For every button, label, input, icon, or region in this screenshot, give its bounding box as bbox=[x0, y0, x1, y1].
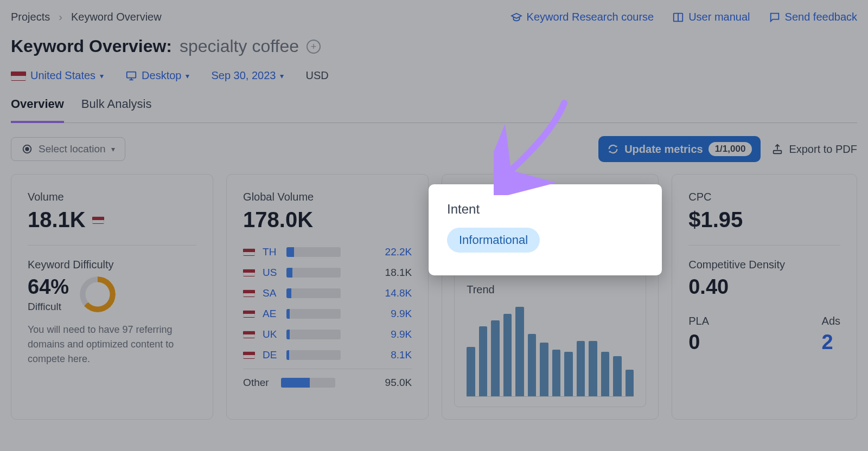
feedback-link[interactable]: Send feedback bbox=[769, 11, 857, 23]
pla-label: PLA bbox=[688, 315, 709, 327]
us-flag-icon bbox=[11, 71, 26, 81]
global-volume-row[interactable]: US18.1K bbox=[243, 262, 412, 283]
trend-bar bbox=[467, 347, 475, 396]
intent-value-highlight: Informational bbox=[447, 228, 540, 253]
location-icon bbox=[21, 143, 33, 155]
country-filter[interactable]: United States ▾ bbox=[11, 69, 104, 82]
country-code: AE bbox=[263, 308, 279, 320]
volume-bar bbox=[286, 288, 341, 298]
volume-label: Volume bbox=[28, 191, 196, 203]
select-location-button[interactable]: Select location ▾ bbox=[11, 137, 125, 161]
global-volume-other: Other95.0K bbox=[243, 369, 412, 393]
us-flag-icon bbox=[92, 216, 104, 224]
trend-bar bbox=[626, 370, 634, 397]
global-volume-row[interactable]: SA14.8K bbox=[243, 283, 412, 304]
country-volume: 8.1K bbox=[391, 349, 412, 361]
trend-bar bbox=[589, 341, 597, 396]
tab-bulk-analysis[interactable]: Bulk Analysis bbox=[81, 97, 152, 123]
volume-bar bbox=[286, 268, 341, 278]
device-filter[interactable]: Desktop ▾ bbox=[125, 69, 189, 82]
desktop-icon bbox=[125, 70, 137, 82]
trend-bar bbox=[528, 334, 537, 397]
other-label: Other bbox=[243, 377, 273, 389]
currency-label: USD bbox=[305, 69, 328, 82]
country-code: US bbox=[263, 267, 279, 279]
breadcrumb-root[interactable]: Projects bbox=[11, 11, 50, 23]
kd-description: You will need to have 97 referring domai… bbox=[28, 323, 196, 366]
svg-rect-2 bbox=[127, 72, 136, 78]
ads-value[interactable]: 2 bbox=[822, 331, 840, 354]
trend-card: Trend bbox=[454, 272, 646, 407]
cpc-card: CPC $1.95 Competitive Density 0.40 PLA 0… bbox=[672, 174, 857, 420]
volume-bar bbox=[281, 378, 335, 388]
country-code: UK bbox=[263, 328, 279, 340]
global-volume-row[interactable]: AE9.9K bbox=[243, 304, 412, 324]
trend-bar bbox=[552, 350, 561, 396]
global-volume-label: Global Volume bbox=[243, 191, 412, 203]
country-volume: 14.8K bbox=[385, 287, 412, 299]
graduation-cap-icon bbox=[510, 11, 522, 23]
chevron-down-icon: ▾ bbox=[111, 145, 115, 153]
cpc-value: $1.95 bbox=[688, 208, 840, 232]
country-volume: 9.9K bbox=[391, 308, 412, 320]
flag-icon bbox=[243, 248, 255, 256]
competitive-density-label: Competitive Density bbox=[688, 259, 840, 271]
message-icon bbox=[769, 11, 781, 23]
export-pdf-button[interactable]: Export to PDF bbox=[771, 143, 857, 156]
global-volume-row[interactable]: TH22.2K bbox=[243, 242, 412, 262]
kd-label: Keyword Difficulty bbox=[28, 259, 196, 271]
country-volume: 9.9K bbox=[391, 328, 412, 340]
trend-bar bbox=[601, 352, 610, 397]
date-filter[interactable]: Sep 30, 2023 ▾ bbox=[211, 69, 284, 82]
trend-bar bbox=[613, 356, 622, 396]
country-volume: 22.2K bbox=[385, 246, 412, 258]
breadcrumb-current: Keyword Overview bbox=[71, 11, 162, 23]
global-volume-row[interactable]: UK9.9K bbox=[243, 324, 412, 345]
trend-bar bbox=[540, 343, 548, 396]
global-volume-row[interactable]: DE8.1K bbox=[243, 345, 412, 365]
global-volume-value: 178.0K bbox=[243, 208, 412, 232]
trend-bar bbox=[503, 314, 512, 396]
volume-bar bbox=[286, 247, 341, 257]
book-icon bbox=[672, 11, 684, 23]
flag-icon bbox=[243, 310, 255, 318]
add-keyword-button[interactable]: + bbox=[307, 40, 321, 54]
country-code: TH bbox=[263, 246, 279, 258]
volume-bar bbox=[286, 350, 341, 360]
flag-icon bbox=[243, 289, 255, 297]
flag-icon bbox=[243, 269, 255, 276]
other-volume: 95.0K bbox=[385, 377, 412, 389]
kd-value: 64% bbox=[28, 275, 69, 299]
competitive-density-value: 0.40 bbox=[688, 275, 840, 299]
country-code: SA bbox=[263, 287, 279, 299]
trend-bar bbox=[479, 326, 488, 396]
chevron-down-icon: ▾ bbox=[280, 72, 284, 80]
svg-point-6 bbox=[25, 147, 29, 151]
trend-bar bbox=[491, 320, 500, 396]
breadcrumb: Projects › Keyword Overview bbox=[11, 11, 162, 23]
chevron-right-icon: › bbox=[59, 11, 62, 23]
global-volume-card: Global Volume 178.0K TH22.2KUS18.1KSA14.… bbox=[226, 174, 429, 420]
volume-bar bbox=[286, 309, 341, 319]
flag-icon bbox=[243, 331, 255, 338]
manual-link[interactable]: User manual bbox=[672, 11, 750, 23]
course-link[interactable]: Keyword Research course bbox=[510, 11, 654, 23]
chevron-down-icon: ▾ bbox=[186, 72, 189, 80]
page-title: Keyword Overview: bbox=[11, 36, 172, 56]
volume-card: Volume 18.1K Keyword Difficulty 64% Diff… bbox=[11, 174, 213, 420]
ads-label: Ads bbox=[822, 315, 840, 327]
trend-bar bbox=[564, 352, 573, 397]
kd-ring-chart bbox=[80, 276, 116, 312]
intent-label-highlight: Intent bbox=[447, 202, 643, 217]
volume-bar bbox=[286, 330, 341, 339]
page-keyword: specialty coffee bbox=[180, 36, 299, 56]
tab-overview[interactable]: Overview bbox=[11, 97, 64, 123]
kd-tag: Difficult bbox=[28, 301, 69, 313]
trend-chart bbox=[467, 305, 634, 397]
trend-bar bbox=[515, 307, 524, 396]
update-metrics-button[interactable]: Update metrics 1/1,000 bbox=[598, 136, 761, 162]
export-icon bbox=[771, 143, 783, 155]
intent-highlight: Intent Informational bbox=[429, 184, 662, 275]
flag-icon bbox=[243, 351, 255, 359]
chevron-down-icon: ▾ bbox=[100, 72, 104, 80]
